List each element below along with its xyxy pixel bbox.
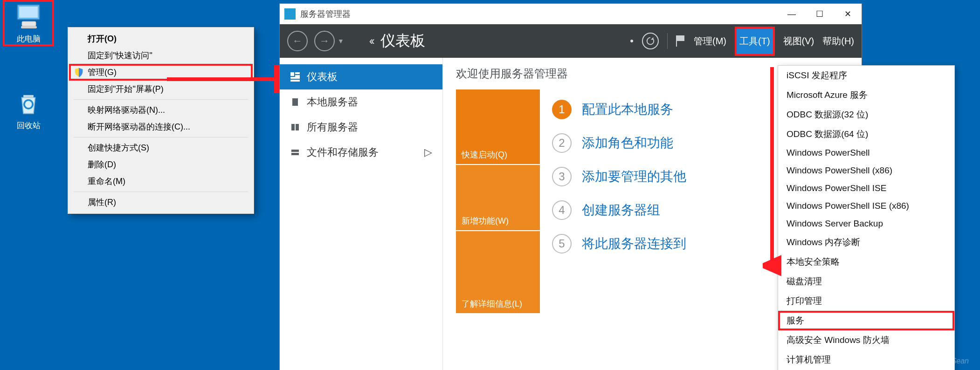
svg-rect-2 [22,21,36,26]
context-item-label: 创建快捷方式(S) [88,142,149,153]
tile-quickstart[interactable]: 快速启动(Q) [456,89,540,164]
maximize-button[interactable]: ☐ [806,4,834,24]
context-item-delete[interactable]: 删除(D) [69,156,253,173]
svg-rect-11 [292,98,298,106]
tools-item-iscsi[interactable]: iSCSI 发起程序 [778,66,954,85]
context-item-properties[interactable]: 属性(R) [69,194,253,211]
separator [74,137,248,137]
breadcrumb: ‹‹ 仪表板 [369,31,425,51]
context-item-label: 映射网络驱动器(N)... [88,104,165,116]
menu-tools[interactable]: 工具(T) [735,27,775,56]
context-item-rename[interactable]: 重命名(M) [69,173,253,190]
context-item-open[interactable]: 打开(O) [69,30,253,47]
context-item-label: 属性(R) [88,197,116,208]
svg-rect-9 [290,77,300,79]
menu-help[interactable]: 帮助(H) [822,35,854,48]
watermark: CSDN @Feng_Sean [899,357,969,365]
tools-item-powershell[interactable]: Windows PowerShell [778,144,954,162]
refresh-button[interactable] [642,33,659,49]
sidebar-item-label: 所有服务器 [307,120,358,134]
svg-rect-8 [295,75,300,77]
notifications-flag-icon[interactable] [676,35,685,47]
tile-learnmore[interactable]: 了解详细信息(L) [456,231,540,313]
this-pc-icon [14,2,43,32]
titlebar[interactable]: 服务器管理器 — ☐ ✕ [280,4,862,24]
shield-icon [74,67,88,78]
desktop-icon-this-pc[interactable]: 此电脑 [3,0,54,46]
sidebar-item-label: 文件和存储服务 [307,145,379,159]
svg-rect-4 [23,95,34,97]
desktop-icon-label: 此电脑 [17,34,41,44]
svg-rect-6 [290,72,294,76]
context-item-manage[interactable]: 管理(G) [69,64,253,81]
nav-history-dropdown[interactable]: ▼ [338,37,344,45]
tile-whatsnew[interactable]: 新增功能(W) [456,165,540,230]
nav-forward-button[interactable]: → [314,31,335,51]
window-title: 服务器管理器 [300,8,351,20]
tile-label: 了解详细信息(L) [462,298,522,309]
divider [667,33,668,49]
step-label: 创建服务器组 [582,201,660,219]
context-item-pin-quick-access[interactable]: 固定到"快速访问" [69,47,253,64]
tools-item-powershell-x86[interactable]: Windows PowerShell (x86) [778,162,954,179]
step-label: 添加要管理的其他 [582,168,686,185]
tools-item-odbc32[interactable]: ODBC 数据源(32 位) [778,105,954,124]
tile-label: 快速启动(Q) [462,149,507,160]
step-label: 将此服务器连接到 [582,235,686,253]
context-menu-this-pc: 打开(O) 固定到"快速访问" 管理(G) 固定到"开始"屏幕(P) 映射网络驱… [68,27,254,214]
chevron-left-icon: ‹‹ [369,34,373,48]
sidebar-item-all-servers[interactable]: 所有服务器 [280,115,442,140]
sidebar-item-dashboard[interactable]: 仪表板 [280,64,442,89]
context-item-disconnect-drive[interactable]: 断开网络驱动器的连接(C)... [69,118,253,135]
server-manager-window: 服务器管理器 — ☐ ✕ ← → ▼ ‹‹ 仪表板 • 管理(M) 工具(T) … [280,4,862,370]
context-item-create-shortcut[interactable]: 创建快捷方式(S) [69,139,253,156]
svg-rect-12 [291,124,295,130]
tools-item-server-backup[interactable]: Windows Server Backup [778,215,954,233]
step-number: 2 [552,133,572,153]
tools-item-memory-diag[interactable]: Windows 内存诊断 [778,233,954,252]
context-item-label: 重命名(M) [88,176,125,187]
svg-rect-3 [21,26,37,28]
context-item-label: 打开(O) [88,33,117,44]
header-bar: ← → ▼ ‹‹ 仪表板 • 管理(M) 工具(T) 视图(V) 帮助(H) [280,24,862,58]
tools-item-local-security[interactable]: 本地安全策略 [778,252,954,272]
tools-item-services[interactable]: 服务 [778,311,954,330]
svg-rect-10 [290,80,300,82]
tools-dropdown-menu: iSCSI 发起程序 Microsoft Azure 服务 ODBC 数据源(3… [778,65,955,370]
minimize-button[interactable]: — [778,4,806,24]
tools-item-powershell-ise[interactable]: Windows PowerShell ISE [778,179,954,197]
context-item-pin-start[interactable]: 固定到"开始"屏幕(P) [69,81,253,97]
tools-item-disk-cleanup[interactable]: 磁盘清理 [778,272,954,291]
svg-rect-7 [295,72,300,74]
server-icon [290,97,300,107]
refresh-icon [645,36,656,46]
context-item-map-drive[interactable]: 映射网络驱动器(N)... [69,102,253,118]
close-button[interactable]: ✕ [834,4,862,24]
desktop-icon-label: 回收站 [17,120,41,131]
menu-view[interactable]: 视图(V) [783,35,814,48]
step-label: 添加角色和功能 [582,134,673,152]
context-item-label: 管理(G) [88,67,117,78]
tools-item-print-mgmt[interactable]: 打印管理 [778,291,954,311]
dashboard-icon [290,72,300,82]
separator [74,192,248,192]
separator [74,99,248,100]
step-number: 1 [552,100,572,119]
tiles-column: 快速启动(Q) 新增功能(W) 了解详细信息(L) [456,89,540,313]
sidebar-item-local-server[interactable]: 本地服务器 [280,89,442,115]
step-number: 3 [552,167,572,186]
desktop-icon-recycle-bin[interactable]: 回收站 [3,89,54,131]
tile-label: 新增功能(W) [462,215,509,226]
tools-item-powershell-ise-x86[interactable]: Windows PowerShell ISE (x86) [778,197,954,215]
context-item-label: 断开网络驱动器的连接(C)... [88,121,190,132]
tools-item-firewall[interactable]: 高级安全 Windows 防火墙 [778,330,954,350]
sidebar: 仪表板 本地服务器 所有服务器 文件和存储服务 ▷ [280,58,443,370]
nav-back-button[interactable]: ← [287,31,308,51]
tools-item-odbc64[interactable]: ODBC 数据源(64 位) [778,124,954,144]
tools-item-azure[interactable]: Microsoft Azure 服务 [778,85,954,105]
breadcrumb-dropdown[interactable]: • [630,35,634,47]
sidebar-item-file-storage[interactable]: 文件和存储服务 ▷ [280,140,442,165]
recycle-bin-icon [14,89,43,118]
menu-manage[interactable]: 管理(M) [694,35,726,48]
context-item-label: 固定到"快速访问" [88,50,152,61]
